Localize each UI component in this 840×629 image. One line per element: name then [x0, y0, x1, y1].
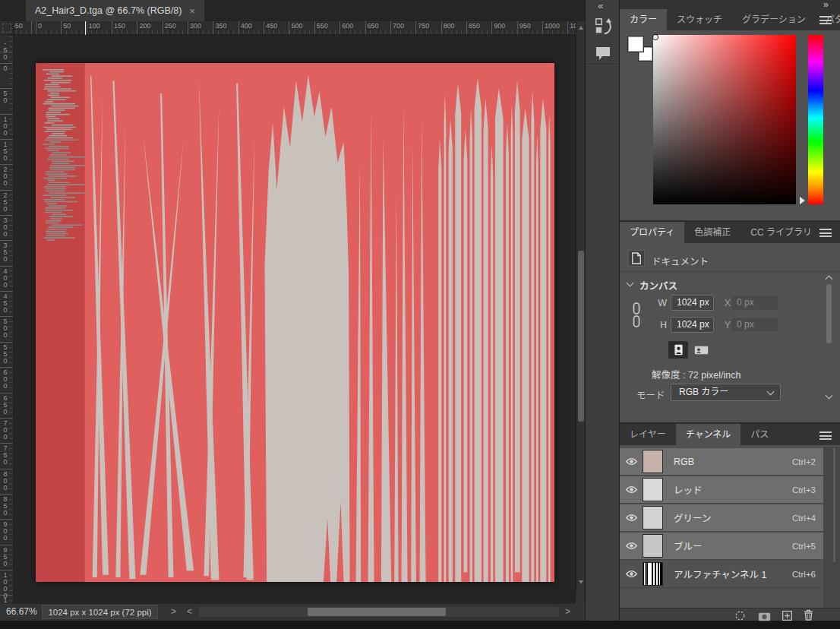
- horizontal-ruler[interactable]: -500501001502002503003504004505005506006…: [14, 21, 576, 35]
- channel-row-red[interactable]: レッド Ctrl+3: [620, 476, 823, 504]
- horizontal-scrollbar[interactable]: [199, 607, 559, 617]
- canvas-image[interactable]: [36, 63, 554, 582]
- ruler-label: 0: [2, 65, 9, 71]
- foreground-color-swatch[interactable]: [628, 36, 643, 52]
- tab-paths[interactable]: パス: [741, 424, 778, 445]
- eye-icon: [625, 570, 638, 578]
- landscape-orientation-button[interactable]: [691, 341, 711, 359]
- properties-scrollbar[interactable]: [826, 275, 833, 412]
- saturation-brightness-field[interactable]: [653, 35, 796, 204]
- channels-footer: [620, 608, 840, 621]
- ruler-label: 200: [139, 22, 150, 30]
- ruler-label: 0: [38, 22, 42, 30]
- save-selection-button[interactable]: [758, 611, 771, 624]
- color-field-cursor[interactable]: [652, 34, 658, 40]
- visibility-toggle[interactable]: [620, 570, 643, 578]
- color-panel-tabs: カラー スウォッチ グラデーション パターン: [620, 9, 840, 30]
- status-prev-icon[interactable]: <: [187, 606, 192, 617]
- vertical-ruler[interactable]: -500501001502002503003504004505005506006…: [0, 35, 14, 604]
- channel-row-blue[interactable]: ブルー Ctrl+5: [620, 533, 823, 560]
- scroll-up-icon[interactable]: [579, 26, 583, 30]
- chevron-down-icon[interactable]: [627, 280, 634, 287]
- close-icon[interactable]: ×: [189, 5, 195, 17]
- width-field[interactable]: 1024 px: [671, 295, 714, 311]
- status-next-icon[interactable]: >: [171, 606, 176, 617]
- ruler-label: 600: [342, 22, 353, 30]
- ruler-label: 450: [266, 22, 277, 30]
- ruler-label: 500: [291, 22, 302, 30]
- vertical-scrollbar[interactable]: [576, 21, 585, 590]
- properties-scrollbar-thumb[interactable]: [826, 284, 832, 343]
- ruler-label: 750: [2, 444, 9, 465]
- notes-panel-button[interactable]: [592, 42, 614, 65]
- horizontal-scrollbar-thumb[interactable]: [308, 608, 446, 616]
- tab-channels[interactable]: チャンネル: [676, 424, 741, 445]
- channels-panel-menu-icon[interactable]: [819, 431, 832, 440]
- load-selection-button[interactable]: [735, 610, 745, 624]
- ruler-label: 400: [2, 267, 9, 288]
- ruler-label: 1000: [2, 571, 9, 599]
- scroll-down-icon[interactable]: [579, 580, 583, 584]
- document-type-button[interactable]: [628, 250, 645, 267]
- height-field[interactable]: 1024 px: [671, 317, 714, 333]
- chevron-down-icon: [767, 388, 775, 396]
- tab-cc-libraries[interactable]: CC ライブラリ: [741, 222, 822, 243]
- ruler-label: 550: [317, 22, 328, 30]
- tab-gradients[interactable]: グラデーション: [732, 9, 816, 30]
- channel-row-green[interactable]: グリーン Ctrl+4: [620, 504, 823, 532]
- tab-swatches[interactable]: スウォッチ: [667, 9, 732, 30]
- scroll-down-icon[interactable]: [826, 392, 833, 400]
- width-label: W: [655, 298, 667, 308]
- tab-adjustments[interactable]: 色調補正: [684, 222, 741, 243]
- panel-dock: » カラー スウォッチ グラデーション パターン プロパティ 色調補正 CC ラ…: [619, 0, 840, 621]
- visibility-toggle[interactable]: [620, 542, 643, 550]
- y-label: Y: [718, 320, 731, 330]
- document-size-box[interactable]: 1024 px x 1024 px (72 ppi): [42, 605, 158, 619]
- vertical-scrollbar-thumb[interactable]: [578, 251, 584, 422]
- channel-thumbnail: [643, 450, 663, 473]
- status-bar: 66.67% 1024 px x 1024 px (72 ppi) > < >: [0, 604, 585, 621]
- ruler-origin-box[interactable]: [0, 21, 14, 35]
- tab-layers[interactable]: レイヤー: [620, 424, 676, 445]
- ruler-label: 250: [2, 191, 9, 212]
- tab-properties[interactable]: プロパティ: [620, 222, 684, 243]
- channel-shortcut: Ctrl+2: [792, 457, 816, 466]
- mode-dropdown[interactable]: RGB カラー: [671, 384, 781, 401]
- channels-scrollbar[interactable]: [823, 447, 840, 608]
- scroll-right-icon[interactable]: >: [565, 606, 570, 617]
- visibility-toggle[interactable]: [620, 457, 643, 466]
- zoom-level-field[interactable]: 66.67%: [6, 606, 37, 617]
- document-tab[interactable]: A2_Hair3_D.tga @ 66.7% (RGB/8) ×: [26, 0, 204, 21]
- delete-channel-button[interactable]: [804, 609, 813, 624]
- portrait-icon: [672, 343, 685, 356]
- properties-panel-menu-icon[interactable]: [819, 229, 832, 237]
- hue-slider[interactable]: [808, 35, 823, 204]
- ruler-label: 850: [469, 22, 480, 30]
- collapse-panels-icon[interactable]: «: [598, 0, 603, 11]
- new-channel-button[interactable]: [782, 610, 792, 624]
- hue-slider-pointer[interactable]: [800, 197, 805, 204]
- history-icon: [594, 17, 612, 36]
- ruler-label: 50: [2, 90, 9, 103]
- canvas-section-header[interactable]: カンバス: [639, 278, 677, 292]
- link-dimensions-icon[interactable]: [632, 300, 641, 333]
- channel-row-alpha[interactable]: アルファチャンネル 1 Ctrl+6: [620, 561, 823, 588]
- ruler-label: 1000: [545, 22, 560, 30]
- history-panel-button[interactable]: [592, 15, 614, 38]
- channel-name: RGB: [674, 457, 792, 467]
- tab-color[interactable]: カラー: [620, 9, 667, 30]
- color-panel-menu-icon[interactable]: [819, 16, 832, 24]
- ruler-label: -50: [14, 22, 23, 30]
- document-tabbar: A2_Hair3_D.tga @ 66.7% (RGB/8) ×: [0, 0, 585, 21]
- portrait-orientation-button[interactable]: [668, 341, 688, 359]
- mode-value: RGB カラー: [679, 387, 728, 397]
- x-label: X: [718, 298, 731, 308]
- channel-row-rgb[interactable]: RGB Ctrl+2: [620, 448, 823, 476]
- visibility-toggle[interactable]: [620, 485, 643, 494]
- ruler-label: 200: [2, 166, 9, 186]
- ruler-label: 350: [2, 242, 9, 262]
- eye-icon: [625, 485, 638, 494]
- scroll-up-icon[interactable]: [826, 276, 833, 283]
- channel-name: グリーン: [674, 510, 792, 525]
- visibility-toggle[interactable]: [620, 514, 643, 522]
